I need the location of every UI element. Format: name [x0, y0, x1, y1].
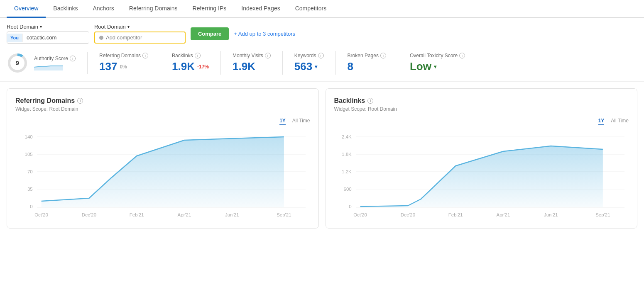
referring-domains-chart-controls: 1Y All Time — [15, 118, 310, 125]
domain-selector-group: Root Domain ▾ You — [7, 24, 89, 44]
svg-text:Jun'21: Jun'21 — [225, 212, 239, 217]
controls-row: Root Domain ▾ You Root Domain ▾ Compare … — [0, 18, 644, 47]
monthly-visits-value: 1.9K — [233, 60, 271, 73]
charts-row: Referring Domains i Widget Scope: Root D… — [0, 82, 644, 235]
competitor-dropdown-arrow[interactable]: ▾ — [127, 24, 130, 29]
backlinks-label: Backlinks i — [172, 53, 209, 58]
monthly-visits-info-icon[interactable]: i — [265, 53, 271, 58]
broken-pages-value: 8 — [348, 60, 386, 73]
svg-text:140: 140 — [25, 134, 33, 139]
authority-info-icon[interactable]: i — [70, 56, 76, 61]
svg-text:70: 70 — [27, 169, 33, 174]
backlinks-1y-button[interactable]: 1Y — [598, 118, 605, 125]
referring-domains-label: Referring Domains i — [99, 53, 148, 58]
authority-donut-chart: 9 — [7, 52, 28, 74]
svg-text:0: 0 — [349, 204, 351, 209]
backlinks-alltime-button[interactable]: All Time — [611, 118, 629, 125]
authority-score-section: 9 Authority Score i — [7, 52, 88, 74]
toxicity-chevron-icon[interactable]: ▾ — [434, 64, 436, 70]
svg-text:Apr'21: Apr'21 — [496, 212, 510, 217]
broken-pages-label: Broken Pages i — [348, 53, 386, 58]
keywords-info-icon[interactable]: i — [318, 53, 324, 58]
backlinks-chart-card: Backlinks i Widget Scope: Root Domain 1Y… — [326, 88, 638, 229]
svg-text:Feb'21: Feb'21 — [448, 212, 463, 217]
referring-domains-stat: Referring Domains i 137 0% — [99, 51, 160, 75]
svg-text:105: 105 — [25, 152, 33, 157]
svg-text:Apr'21: Apr'21 — [178, 212, 191, 217]
monthly-visits-stat: Monthly Visits i 1.9K — [233, 51, 283, 75]
backlinks-chart-info-icon[interactable]: i — [367, 98, 373, 104]
backlinks-svg: 2.4K 1.8K 1.2K 600 0 Oct'20 Dec'20 Feb'2… — [334, 129, 629, 220]
referring-domains-chart-scope: Widget Scope: Root Domain — [15, 106, 310, 112]
toxicity-score-value: Low ▾ — [410, 60, 465, 73]
svg-text:1.2K: 1.2K — [342, 169, 352, 174]
tab-indexed-pages[interactable]: Indexed Pages — [234, 0, 287, 18]
tab-overview[interactable]: Overview — [7, 0, 46, 18]
svg-text:Sep'21: Sep'21 — [277, 212, 291, 217]
backlinks-stat: Backlinks i 1.9K -17% — [172, 51, 221, 75]
svg-text:Oct'20: Oct'20 — [353, 212, 367, 217]
referring-domains-chart-card: Referring Domains i Widget Scope: Root D… — [7, 88, 319, 229]
svg-text:Feb'21: Feb'21 — [130, 212, 144, 217]
svg-text:Jun'21: Jun'21 — [544, 212, 557, 217]
svg-marker-37 — [360, 146, 602, 207]
svg-text:0: 0 — [30, 204, 32, 209]
backlinks-chart-controls: 1Y All Time — [334, 118, 629, 125]
backlinks-change: -17% — [197, 64, 209, 70]
keywords-value: 563 ▾ — [294, 60, 324, 73]
referring-domains-chart-area: 140 105 70 35 0 Oct'20 Dec'20 Feb'21 Apr… — [15, 129, 310, 220]
compare-button[interactable]: Compare — [191, 27, 229, 40]
backlinks-chart-scope: Widget Scope: Root Domain — [334, 106, 629, 112]
svg-text:1.8K: 1.8K — [342, 152, 352, 157]
svg-text:Dec'20: Dec'20 — [82, 212, 96, 217]
backlinks-chart-title: Backlinks i — [334, 97, 629, 105]
toxicity-info-icon[interactable]: i — [459, 53, 465, 58]
domain-label: Root Domain ▾ — [7, 24, 89, 30]
you-badge: You — [7, 34, 22, 42]
authority-sparkline — [34, 62, 63, 70]
svg-text:2.4K: 2.4K — [342, 134, 352, 139]
keywords-chevron-icon[interactable]: ▾ — [315, 64, 317, 70]
domain-input-wrap: You — [7, 32, 89, 44]
monthly-visits-label: Monthly Visits i — [233, 53, 271, 58]
tab-referring-ips[interactable]: Referring IPs — [185, 0, 234, 18]
competitor-input[interactable] — [106, 34, 181, 41]
competitor-label: Root Domain ▾ — [94, 24, 186, 30]
tab-competitors[interactable]: Competitors — [288, 0, 334, 18]
backlinks-value: 1.9K -17% — [172, 60, 209, 73]
referring-domains-chart-title: Referring Domains i — [15, 97, 310, 105]
tab-referring-domains[interactable]: Referring Domains — [122, 0, 185, 18]
nav-tabs: Overview Backlinks Anchors Referring Dom… — [0, 0, 644, 18]
svg-text:Dec'20: Dec'20 — [400, 212, 415, 217]
svg-text:35: 35 — [27, 187, 33, 192]
referring-domains-info-icon[interactable]: i — [142, 53, 148, 58]
referring-domains-svg: 140 105 70 35 0 Oct'20 Dec'20 Feb'21 Apr… — [15, 129, 310, 220]
domain-dropdown-arrow[interactable]: ▾ — [40, 24, 42, 29]
add-competitors-link[interactable]: + Add up to 3 competitors — [234, 31, 295, 37]
backlinks-info-icon[interactable]: i — [195, 53, 201, 58]
svg-text:600: 600 — [343, 187, 351, 192]
competitor-selector-group: Root Domain ▾ — [94, 24, 186, 44]
competitor-dot-icon — [99, 36, 103, 40]
toxicity-score-label: Overall Toxicity Score i — [410, 53, 465, 58]
competitor-input-box[interactable] — [94, 32, 186, 44]
referring-domains-value: 137 0% — [99, 60, 148, 73]
stats-row: 9 Authority Score i Referring Domains i … — [0, 47, 644, 82]
keywords-stat: Keywords i 563 ▾ — [294, 51, 336, 75]
tab-anchors[interactable]: Anchors — [86, 0, 122, 18]
referring-domains-change: 0% — [120, 64, 127, 70]
domain-input[interactable] — [22, 32, 89, 43]
backlinks-chart-area: 2.4K 1.8K 1.2K 600 0 Oct'20 Dec'20 Feb'2… — [334, 129, 629, 220]
svg-text:Oct'20: Oct'20 — [34, 212, 48, 217]
keywords-label: Keywords i — [294, 53, 324, 58]
referring-domains-1y-button[interactable]: 1Y — [279, 118, 286, 125]
broken-pages-stat: Broken Pages i 8 — [348, 51, 398, 75]
authority-info: Authority Score i — [34, 56, 76, 70]
referring-domains-alltime-button[interactable]: All Time — [292, 118, 310, 125]
svg-text:Sep'21: Sep'21 — [595, 212, 610, 217]
tab-backlinks[interactable]: Backlinks — [46, 0, 85, 18]
toxicity-score-stat: Overall Toxicity Score i Low ▾ — [410, 51, 477, 75]
broken-pages-info-icon[interactable]: i — [380, 53, 386, 58]
authority-score-label: Authority Score i — [34, 56, 76, 61]
referring-domains-chart-info-icon[interactable]: i — [77, 98, 83, 104]
